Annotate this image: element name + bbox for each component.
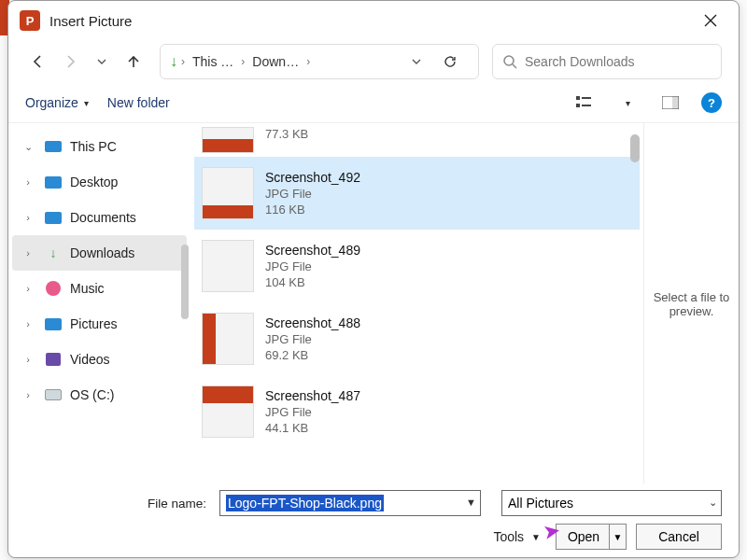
tools-button[interactable]: Tools▼	[493, 529, 541, 544]
file-thumbnail	[202, 127, 254, 153]
chevron-right-icon: ›	[241, 55, 245, 68]
chevron-right-icon: ›	[306, 55, 310, 68]
tree-label: Videos	[70, 352, 110, 367]
file-row[interactable]: 77.3 KB	[194, 123, 640, 157]
arrow-right-icon	[63, 54, 78, 69]
preview-pane-button[interactable]	[658, 91, 683, 114]
file-row[interactable]: Screenshot_492 JPG File 116 KB	[194, 157, 640, 230]
file-row[interactable]: Screenshot_487 JPG File 44.1 KB	[194, 375, 640, 448]
file-thumbnail	[202, 385, 254, 438]
tree-downloads[interactable]: ›↓Downloads	[12, 235, 187, 271]
up-button[interactable]	[120, 49, 147, 75]
file-size: 77.3 KB	[265, 127, 308, 141]
help-button[interactable]: ?	[701, 92, 722, 113]
powerpoint-icon: P	[20, 10, 40, 31]
tree-label: Downloads	[70, 245, 134, 260]
expand-icon: ›	[20, 247, 36, 259]
open-split-button[interactable]: ▼	[609, 525, 626, 549]
tree-label: Music	[70, 281, 105, 296]
file-thumbnail	[202, 313, 254, 365]
refresh-icon	[443, 54, 458, 69]
svg-rect-6	[672, 96, 679, 109]
nav-tree: ⌄ This PC ›Desktop ›Documents ›↓Download…	[8, 123, 190, 484]
chevron-down-icon[interactable]: ⌄	[709, 497, 717, 509]
arrow-left-icon	[31, 54, 46, 69]
chevron-right-icon: ›	[181, 55, 185, 68]
tree-music[interactable]: ›Music	[12, 271, 187, 306]
breadcrumb-seg-0[interactable]: This …	[189, 52, 237, 71]
expand-icon: ›	[20, 354, 36, 365]
sidebar-scrollbar[interactable]	[181, 245, 189, 319]
drive-icon	[44, 386, 63, 403]
music-icon	[44, 280, 63, 297]
open-button[interactable]: Open ▼	[556, 524, 627, 550]
view-dropdown[interactable]: ▾	[615, 91, 640, 114]
tree-pictures[interactable]: ›Pictures	[12, 306, 187, 342]
tree-this-pc[interactable]: ⌄ This PC	[12, 129, 187, 164]
chevron-down-icon[interactable]: ▼	[466, 497, 476, 508]
expand-icon: ›	[20, 212, 36, 223]
file-type: JPG File	[265, 259, 360, 273]
file-row[interactable]: Screenshot_489 JPG File 104 KB	[194, 230, 640, 302]
file-size: 116 KB	[265, 203, 360, 217]
file-scrollbar[interactable]	[630, 134, 640, 162]
videos-icon	[44, 351, 63, 368]
tree-label: Documents	[70, 210, 136, 225]
close-icon	[704, 14, 717, 27]
monitor-icon	[44, 138, 63, 155]
chevron-down-icon	[411, 56, 422, 67]
file-type: JPG File	[265, 187, 360, 201]
address-bar[interactable]: ↓ › This … › Down… ›	[160, 44, 479, 79]
download-icon: ↓	[44, 245, 63, 261]
tree-videos[interactable]: ›Videos	[12, 342, 187, 377]
tree-label: Pictures	[70, 316, 118, 331]
download-icon: ↓	[170, 53, 177, 70]
file-name: Screenshot_487	[265, 388, 360, 403]
collapse-icon: ⌄	[20, 141, 36, 153]
pictures-icon	[44, 315, 63, 332]
file-type-filter[interactable]: All Pictures ⌄	[501, 490, 722, 516]
dialog-footer: File name: Logo-FPT-Shop-Black.png ▼ All…	[8, 484, 739, 557]
file-row[interactable]: Screenshot_488 JPG File 69.2 KB	[194, 302, 640, 375]
file-name-value: Logo-FPT-Shop-Black.png	[226, 495, 384, 511]
expand-icon: ›	[20, 283, 36, 294]
breadcrumb-seg-1[interactable]: Down…	[248, 52, 303, 71]
titlebar: P Insert Picture	[8, 1, 739, 40]
history-dropdown[interactable]	[411, 56, 422, 67]
filter-label: All Pictures	[508, 496, 573, 511]
expand-icon: ›	[20, 318, 36, 329]
caret-down-icon: ▼	[531, 532, 541, 542]
cancel-button[interactable]: Cancel	[636, 524, 722, 550]
file-name-input[interactable]: Logo-FPT-Shop-Black.png ▼	[219, 490, 481, 516]
expand-icon: ›	[20, 176, 36, 188]
file-name: Screenshot_492	[265, 170, 360, 185]
file-list: 77.3 KB Screenshot_492 JPG File 116 KB S…	[190, 123, 643, 484]
search-placeholder: Search Downloads	[525, 54, 635, 69]
file-type: JPG File	[265, 405, 360, 419]
caret-down-icon: ▾	[84, 98, 89, 108]
tree-documents[interactable]: ›Documents	[12, 200, 187, 235]
command-bar: Organize▾ New folder ▾ ?	[8, 83, 739, 122]
back-button[interactable]	[25, 49, 51, 75]
tree-desktop[interactable]: ›Desktop	[12, 164, 187, 200]
svg-rect-1	[576, 96, 580, 100]
new-folder-button[interactable]: New folder	[107, 95, 170, 110]
tree-drive-c[interactable]: ›OS (C:)	[12, 377, 187, 413]
preview-pane-icon	[662, 96, 679, 109]
chevron-down-icon	[96, 56, 107, 67]
svg-point-0	[504, 56, 514, 65]
search-icon	[502, 54, 517, 69]
forward-button[interactable]	[57, 49, 83, 75]
close-button[interactable]	[694, 7, 727, 34]
insert-picture-dialog: P Insert Picture ↓ › This … › Down… › Se…	[7, 0, 740, 558]
tree-label: Desktop	[70, 175, 118, 189]
body: ⌄ This PC ›Desktop ›Documents ›↓Download…	[8, 122, 739, 484]
recent-dropdown[interactable]	[89, 49, 115, 75]
search-input[interactable]: Search Downloads	[492, 44, 722, 79]
expand-icon: ›	[20, 389, 36, 400]
file-name: Screenshot_488	[265, 315, 360, 330]
preview-empty-text: Select a file to preview.	[650, 290, 733, 318]
refresh-button[interactable]	[443, 54, 469, 69]
view-mode-button[interactable]	[572, 91, 597, 114]
organize-button[interactable]: Organize▾	[25, 95, 89, 110]
